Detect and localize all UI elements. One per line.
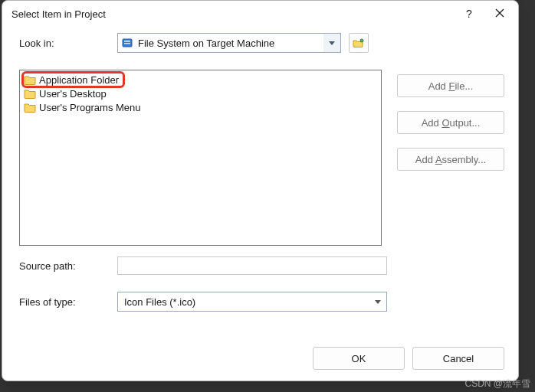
close-button[interactable] — [484, 3, 515, 24]
tree-item-users-desktop[interactable]: User's Desktop — [23, 87, 378, 100]
help-button[interactable]: ? — [454, 3, 484, 24]
folder-tree[interactable]: Application Folder User's Desktop User's… — [19, 70, 382, 246]
dialog-select-item: Select Item in Project ? Look in: File S… — [2, 0, 519, 381]
tree-item-users-programs-menu[interactable]: User's Programs Menu — [23, 100, 378, 114]
tree-item-application-folder[interactable]: Application Folder — [23, 73, 123, 87]
source-label: Source path: — [19, 260, 117, 272]
browse-folder-button[interactable] — [349, 33, 369, 53]
source-path-input[interactable] — [117, 256, 387, 275]
filetype-dropdown[interactable]: Icon Files (*.ico) — [117, 292, 387, 312]
dialog-footer: OK Cancel — [2, 347, 518, 381]
lookin-selected: File System on Target Machine — [136, 38, 323, 49]
lookin-row: Look in: File System on Target Machine — [19, 33, 504, 53]
folder-icon — [24, 74, 36, 85]
lookin-label: Look in: — [19, 38, 117, 49]
titlebar: Select Item in Project ? — [2, 1, 518, 27]
chevron-down-icon — [323, 34, 340, 52]
folder-icon — [24, 88, 36, 99]
dialog-body: Look in: File System on Target Machine — [2, 27, 518, 347]
folder-icon — [24, 102, 36, 113]
svg-rect-1 — [124, 41, 130, 42]
filetype-row: Files of type: Icon Files (*.ico) — [19, 292, 504, 312]
side-buttons: Add File... Add Output... Add Assembly..… — [397, 70, 504, 246]
filetype-label: Files of type: — [19, 296, 117, 308]
cancel-button[interactable]: Cancel — [412, 347, 504, 370]
tree-item-label: User's Programs Menu — [39, 102, 141, 113]
tree-item-label: Application Folder — [39, 74, 119, 86]
filesystem-icon — [121, 37, 133, 49]
add-file-button[interactable]: Add File... — [397, 74, 504, 97]
add-output-button[interactable]: Add Output... — [397, 111, 504, 134]
dialog-title: Select Item in Project — [11, 8, 454, 20]
help-icon: ? — [466, 8, 472, 20]
chevron-down-icon — [369, 292, 386, 311]
ok-button[interactable]: OK — [313, 347, 405, 370]
folder-open-icon — [353, 38, 365, 48]
svg-point-3 — [360, 39, 363, 42]
add-assembly-button[interactable]: Add Assembly... — [397, 148, 504, 171]
svg-rect-2 — [124, 43, 130, 44]
lookin-dropdown[interactable]: File System on Target Machine — [117, 33, 341, 53]
middle-area: Application Folder User's Desktop User's… — [19, 70, 504, 246]
close-icon — [495, 8, 504, 20]
source-row: Source path: — [19, 256, 504, 275]
tree-item-label: User's Desktop — [39, 88, 107, 100]
filetype-selected: Icon Files (*.ico) — [118, 296, 369, 308]
